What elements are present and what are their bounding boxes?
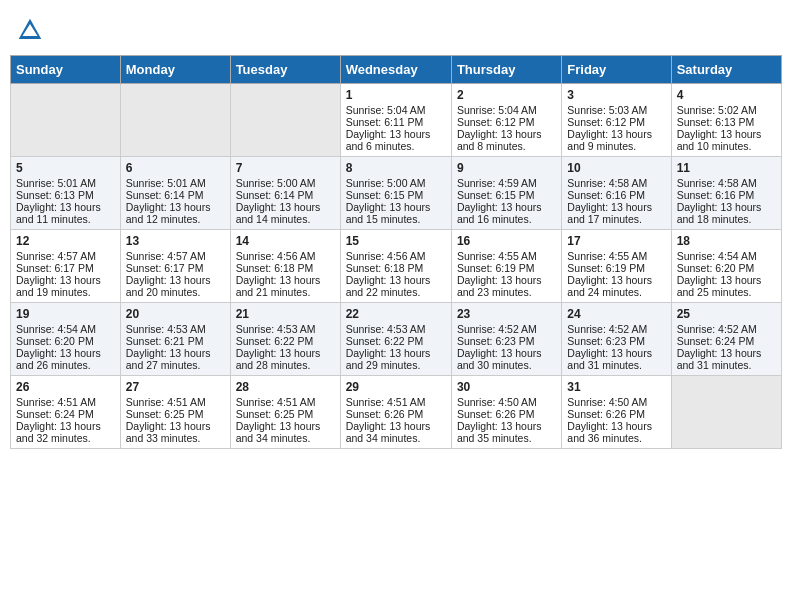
day-info: Sunset: 6:24 PM <box>677 335 776 347</box>
calendar-cell: 18Sunrise: 4:54 AMSunset: 6:20 PMDayligh… <box>671 230 781 303</box>
day-info: Daylight: 13 hours and 14 minutes. <box>236 201 335 225</box>
day-info: Sunrise: 4:56 AM <box>236 250 335 262</box>
day-info: Sunset: 6:19 PM <box>567 262 665 274</box>
day-header-thursday: Thursday <box>451 56 561 84</box>
day-info: Sunrise: 4:51 AM <box>236 396 335 408</box>
calendar-cell: 14Sunrise: 4:56 AMSunset: 6:18 PMDayligh… <box>230 230 340 303</box>
day-info: Sunset: 6:16 PM <box>567 189 665 201</box>
day-info: Sunset: 6:24 PM <box>16 408 115 420</box>
day-info: Daylight: 13 hours and 30 minutes. <box>457 347 556 371</box>
calendar-cell: 29Sunrise: 4:51 AMSunset: 6:26 PMDayligh… <box>340 376 451 449</box>
day-header-sunday: Sunday <box>11 56 121 84</box>
day-info: Sunrise: 4:51 AM <box>16 396 115 408</box>
day-info: Sunset: 6:23 PM <box>567 335 665 347</box>
day-info: Sunrise: 5:04 AM <box>346 104 446 116</box>
calendar-cell: 3Sunrise: 5:03 AMSunset: 6:12 PMDaylight… <box>562 84 671 157</box>
day-info: Sunrise: 4:54 AM <box>16 323 115 335</box>
calendar-cell: 2Sunrise: 5:04 AMSunset: 6:12 PMDaylight… <box>451 84 561 157</box>
calendar-cell: 10Sunrise: 4:58 AMSunset: 6:16 PMDayligh… <box>562 157 671 230</box>
day-info: Sunrise: 4:57 AM <box>16 250 115 262</box>
day-number: 22 <box>346 307 446 321</box>
calendar-cell: 31Sunrise: 4:50 AMSunset: 6:26 PMDayligh… <box>562 376 671 449</box>
day-info: Sunrise: 4:55 AM <box>567 250 665 262</box>
day-info: Sunset: 6:14 PM <box>126 189 225 201</box>
day-info: Sunrise: 4:52 AM <box>457 323 556 335</box>
day-info: Daylight: 13 hours and 17 minutes. <box>567 201 665 225</box>
day-info: Sunset: 6:26 PM <box>457 408 556 420</box>
calendar-week-row: 5Sunrise: 5:01 AMSunset: 6:13 PMDaylight… <box>11 157 782 230</box>
day-info: Sunset: 6:15 PM <box>346 189 446 201</box>
calendar-cell: 7Sunrise: 5:00 AMSunset: 6:14 PMDaylight… <box>230 157 340 230</box>
day-number: 3 <box>567 88 665 102</box>
calendar-cell: 25Sunrise: 4:52 AMSunset: 6:24 PMDayligh… <box>671 303 781 376</box>
day-info: Daylight: 13 hours and 34 minutes. <box>346 420 446 444</box>
calendar-cell: 27Sunrise: 4:51 AMSunset: 6:25 PMDayligh… <box>120 376 230 449</box>
day-number: 16 <box>457 234 556 248</box>
day-info: Daylight: 13 hours and 9 minutes. <box>567 128 665 152</box>
day-info: Sunset: 6:13 PM <box>16 189 115 201</box>
day-number: 10 <box>567 161 665 175</box>
day-number: 17 <box>567 234 665 248</box>
day-info: Daylight: 13 hours and 20 minutes. <box>126 274 225 298</box>
day-info: Sunrise: 5:00 AM <box>346 177 446 189</box>
day-info: Sunset: 6:26 PM <box>346 408 446 420</box>
day-info: Sunset: 6:14 PM <box>236 189 335 201</box>
day-info: Sunset: 6:17 PM <box>126 262 225 274</box>
day-info: Sunrise: 5:01 AM <box>126 177 225 189</box>
day-info: Sunset: 6:13 PM <box>677 116 776 128</box>
calendar-cell: 19Sunrise: 4:54 AMSunset: 6:20 PMDayligh… <box>11 303 121 376</box>
day-info: Sunset: 6:20 PM <box>677 262 776 274</box>
day-header-tuesday: Tuesday <box>230 56 340 84</box>
day-number: 21 <box>236 307 335 321</box>
logo-icon <box>15 15 45 45</box>
day-info: Daylight: 13 hours and 6 minutes. <box>346 128 446 152</box>
day-info: Sunset: 6:11 PM <box>346 116 446 128</box>
day-number: 23 <box>457 307 556 321</box>
day-info: Sunset: 6:20 PM <box>16 335 115 347</box>
day-number: 28 <box>236 380 335 394</box>
day-info: Daylight: 13 hours and 29 minutes. <box>346 347 446 371</box>
calendar-week-row: 19Sunrise: 4:54 AMSunset: 6:20 PMDayligh… <box>11 303 782 376</box>
day-number: 24 <box>567 307 665 321</box>
day-info: Sunrise: 4:54 AM <box>677 250 776 262</box>
calendar-cell: 16Sunrise: 4:55 AMSunset: 6:19 PMDayligh… <box>451 230 561 303</box>
day-number: 15 <box>346 234 446 248</box>
calendar-cell: 26Sunrise: 4:51 AMSunset: 6:24 PMDayligh… <box>11 376 121 449</box>
day-number: 14 <box>236 234 335 248</box>
calendar-cell: 9Sunrise: 4:59 AMSunset: 6:15 PMDaylight… <box>451 157 561 230</box>
calendar-cell: 8Sunrise: 5:00 AMSunset: 6:15 PMDaylight… <box>340 157 451 230</box>
day-info: Daylight: 13 hours and 25 minutes. <box>677 274 776 298</box>
day-number: 13 <box>126 234 225 248</box>
day-number: 27 <box>126 380 225 394</box>
day-info: Daylight: 13 hours and 18 minutes. <box>677 201 776 225</box>
day-info: Sunrise: 4:57 AM <box>126 250 225 262</box>
day-number: 25 <box>677 307 776 321</box>
calendar-cell: 28Sunrise: 4:51 AMSunset: 6:25 PMDayligh… <box>230 376 340 449</box>
day-info: Daylight: 13 hours and 19 minutes. <box>16 274 115 298</box>
day-info: Daylight: 13 hours and 24 minutes. <box>567 274 665 298</box>
day-info: Sunrise: 4:50 AM <box>567 396 665 408</box>
day-info: Daylight: 13 hours and 23 minutes. <box>457 274 556 298</box>
day-info: Daylight: 13 hours and 35 minutes. <box>457 420 556 444</box>
day-number: 9 <box>457 161 556 175</box>
day-number: 18 <box>677 234 776 248</box>
calendar-cell: 1Sunrise: 5:04 AMSunset: 6:11 PMDaylight… <box>340 84 451 157</box>
day-info: Sunrise: 4:53 AM <box>236 323 335 335</box>
calendar-cell: 21Sunrise: 4:53 AMSunset: 6:22 PMDayligh… <box>230 303 340 376</box>
day-info: Daylight: 13 hours and 12 minutes. <box>126 201 225 225</box>
day-info: Sunset: 6:26 PM <box>567 408 665 420</box>
day-number: 7 <box>236 161 335 175</box>
day-info: Daylight: 13 hours and 26 minutes. <box>16 347 115 371</box>
day-info: Daylight: 13 hours and 15 minutes. <box>346 201 446 225</box>
day-header-wednesday: Wednesday <box>340 56 451 84</box>
day-info: Sunrise: 4:50 AM <box>457 396 556 408</box>
day-info: Sunrise: 5:02 AM <box>677 104 776 116</box>
day-info: Sunset: 6:12 PM <box>457 116 556 128</box>
calendar-cell: 15Sunrise: 4:56 AMSunset: 6:18 PMDayligh… <box>340 230 451 303</box>
day-info: Sunset: 6:22 PM <box>346 335 446 347</box>
day-info: Sunrise: 5:00 AM <box>236 177 335 189</box>
page-header <box>10 10 782 45</box>
day-info: Sunset: 6:18 PM <box>236 262 335 274</box>
day-number: 19 <box>16 307 115 321</box>
calendar-cell: 4Sunrise: 5:02 AMSunset: 6:13 PMDaylight… <box>671 84 781 157</box>
